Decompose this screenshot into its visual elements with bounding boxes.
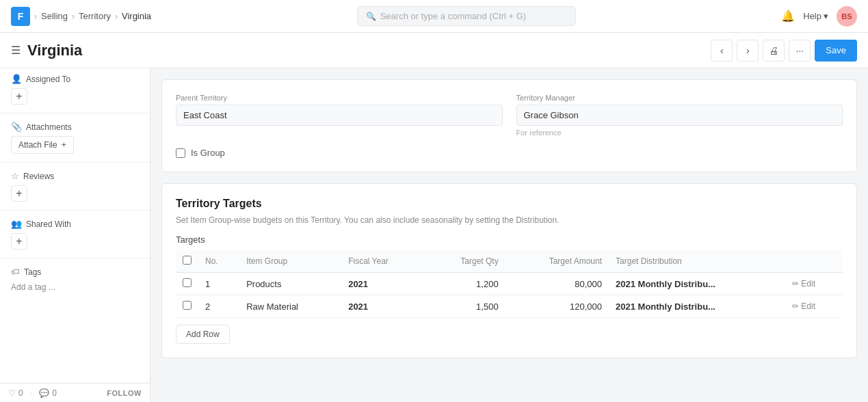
- breadcrumb-sep-2: ›: [72, 12, 75, 21]
- edit-link-2[interactable]: ✏ Edit: [792, 302, 836, 311]
- search-placeholder: Search or type a command (Ctrl + G): [380, 11, 527, 21]
- next-button[interactable]: ›: [737, 40, 759, 62]
- attach-file-plus-icon: +: [62, 140, 66, 150]
- assigned-to-icon: 👤: [11, 74, 22, 84]
- for-reference-text: For reference: [516, 129, 843, 137]
- col-target-amount: Target Amount: [505, 250, 609, 273]
- search-icon: 🔍: [366, 12, 376, 21]
- reviews-label: Reviews: [23, 172, 54, 181]
- assigned-to-section: 👤 Assigned To +: [0, 68, 150, 110]
- likes-action[interactable]: ♡ 0: [8, 388, 23, 398]
- tag-icon: 🏷: [11, 267, 20, 277]
- cell-edit-2: ✏ Edit: [785, 295, 843, 318]
- reviews-section: ☆ Reviews +: [0, 165, 150, 207]
- add-tag-link[interactable]: Add a tag ...: [11, 281, 139, 293]
- col-target-qty: Target Qty: [425, 250, 505, 273]
- breadcrumb-sep-3: ›: [115, 12, 118, 21]
- cell-target-qty-1: 1,200: [425, 273, 505, 295]
- is-group-row: Is Group: [176, 148, 843, 158]
- tags-section: 🏷 Tags Add a tag ...: [0, 261, 150, 299]
- attachment-icon: 📎: [11, 122, 22, 132]
- territory-manager-group: Territory Manager For reference: [516, 94, 843, 137]
- cell-item-group-1: Products: [239, 273, 341, 295]
- more-button[interactable]: ···: [789, 40, 811, 62]
- add-review-button[interactable]: +: [11, 185, 27, 202]
- cell-no-1: 1: [198, 273, 239, 295]
- targets-table: No. Item Group Fiscal Year Target Qty Ta…: [176, 250, 843, 318]
- targets-subtitle: Targets: [176, 234, 843, 245]
- page-header: ☰ Virginia ‹ › 🖨 ··· Save: [0, 33, 868, 68]
- print-button[interactable]: 🖨: [763, 40, 785, 62]
- attach-file-label: Attach File: [18, 140, 57, 150]
- edit-link-1[interactable]: ✏ Edit: [792, 279, 836, 289]
- col-checkbox: [176, 250, 198, 273]
- cell-edit-1: ✏ Edit: [785, 273, 843, 295]
- territory-form-card: Parent Territory Territory Manager For r…: [161, 79, 857, 172]
- breadcrumb-territory[interactable]: Territory: [79, 11, 111, 21]
- app-logo[interactable]: F: [11, 7, 30, 26]
- col-no: No.: [198, 250, 239, 273]
- attachments-section: 📎 Attachments Attach File +: [0, 116, 150, 159]
- add-assigned-to-button[interactable]: +: [11, 88, 27, 105]
- chevron-down-icon: ▾: [824, 11, 828, 21]
- territory-manager-input[interactable]: [516, 105, 843, 126]
- cell-fiscal-year-1: 2021: [341, 273, 425, 295]
- menu-icon[interactable]: ☰: [11, 44, 21, 57]
- col-fiscal-year: Fiscal Year: [341, 250, 425, 273]
- follow-button[interactable]: FOLLOW: [107, 389, 142, 397]
- breadcrumb-sep-1: ›: [34, 12, 37, 21]
- shared-with-section: 👥 Shared With +: [0, 213, 150, 255]
- parent-territory-group: Parent Territory: [176, 94, 503, 137]
- table-row: 1 Products 2021 1,200 80,000 2021 Monthl…: [176, 273, 843, 295]
- territory-targets-card: Territory Targets Set Item Group-wise bu…: [161, 183, 857, 358]
- shared-with-label: Shared With: [26, 219, 71, 229]
- territory-targets-desc: Set Item Group-wise budgets on this Terr…: [176, 215, 843, 225]
- parent-territory-label: Parent Territory: [176, 94, 503, 102]
- is-group-label: Is Group: [191, 148, 225, 158]
- breadcrumb-selling[interactable]: Selling: [41, 11, 68, 21]
- cell-fiscal-year-2: 2021: [341, 295, 425, 318]
- likes-count: 0: [18, 388, 23, 398]
- search-box[interactable]: 🔍 Search or type a command (Ctrl + G): [357, 6, 576, 26]
- col-actions: [785, 250, 843, 273]
- shared-with-icon: 👥: [11, 219, 22, 229]
- notification-icon[interactable]: 🔔: [781, 10, 795, 23]
- cell-target-amount-1: 80,000: [505, 273, 609, 295]
- add-row-button[interactable]: Add Row: [176, 325, 230, 344]
- col-target-distribution: Target Distribution: [609, 250, 785, 273]
- table-row: 2 Raw Material 2021 1,500 120,000 2021 M…: [176, 295, 843, 318]
- save-button[interactable]: Save: [815, 40, 857, 62]
- cell-target-amount-2: 120,000: [505, 295, 609, 318]
- content-area: Parent Territory Territory Manager For r…: [150, 68, 868, 402]
- cell-no-2: 2: [198, 295, 239, 318]
- attach-file-button[interactable]: Attach File +: [11, 136, 74, 154]
- help-button[interactable]: Help ▾: [803, 11, 828, 21]
- comment-icon: 💬: [39, 388, 49, 398]
- prev-button[interactable]: ‹: [711, 40, 733, 62]
- comments-count: 0: [52, 388, 57, 398]
- assigned-to-label: Assigned To: [26, 75, 70, 84]
- add-shared-with-button[interactable]: +: [11, 233, 27, 250]
- row-checkbox-2[interactable]: [183, 301, 192, 310]
- breadcrumb-current: Virginia: [122, 11, 151, 21]
- cell-target-distribution-1: 2021 Monthly Distribu...: [609, 273, 785, 295]
- select-all-checkbox[interactable]: [183, 256, 192, 265]
- is-group-checkbox[interactable]: [176, 148, 185, 158]
- col-item-group: Item Group: [239, 250, 341, 273]
- tags-label: Tags: [24, 267, 41, 277]
- row-checkbox-1[interactable]: [183, 278, 192, 287]
- cell-target-qty-2: 1,500: [425, 295, 505, 318]
- territory-targets-title: Territory Targets: [176, 198, 843, 210]
- reviews-icon: ☆: [11, 171, 19, 181]
- parent-territory-input[interactable]: [176, 105, 503, 126]
- territory-manager-label: Territory Manager: [516, 94, 843, 102]
- comments-action[interactable]: 💬 0: [39, 388, 57, 398]
- breadcrumb: F › Selling › Territory › Virginia: [11, 7, 151, 26]
- cell-target-distribution-2: 2021 Monthly Distribu...: [609, 295, 785, 318]
- page-title: Virginia: [27, 42, 82, 59]
- cell-item-group-2: Raw Material: [239, 295, 341, 318]
- heart-icon: ♡: [8, 388, 16, 398]
- avatar[interactable]: BS: [837, 6, 857, 27]
- attachments-label: Attachments: [26, 122, 72, 132]
